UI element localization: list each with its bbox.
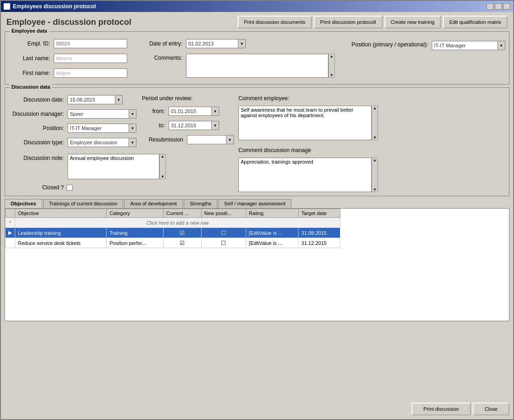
scroll-down[interactable]: ▼	[329, 73, 334, 77]
comments-input[interactable]	[186, 54, 328, 78]
disc-manager-dropdown[interactable]: Speer ▼	[68, 109, 136, 119]
minimize-button[interactable]: _	[486, 3, 494, 10]
row2-rating: [EditValue is ...	[246, 238, 298, 248]
to-arrow[interactable]: ▼	[211, 121, 219, 130]
disc-note-label: Discussion note:	[9, 154, 64, 161]
empl-id-label: Empl. ID:	[9, 40, 50, 47]
discussion-section-inner: Discussion date: 15.06.2015 ▼ Discussion…	[9, 95, 505, 192]
position-label: Position (primary / operational):	[351, 41, 428, 49]
first-name-label: First name:	[9, 70, 50, 76]
tab-objectives[interactable]: Objectives	[5, 199, 42, 208]
tab-self-manager[interactable]: Self / manager assessment	[218, 199, 291, 208]
row1-new-pos[interactable]: ☐	[201, 228, 246, 238]
disc-right-col: Comment employee: ▲ ▼ Comment discussion…	[238, 95, 505, 192]
edit-matrix-button[interactable]: Edit qualification matrix	[443, 16, 508, 28]
date-entry-dropdown[interactable]: 01.02.2013 ▼	[186, 39, 246, 48]
last-name-input[interactable]	[54, 54, 127, 63]
emp-left-fields: Empl. ID: Last name: First name:	[9, 39, 127, 80]
table-row[interactable]: Reduce service desk tickets Position per…	[6, 238, 340, 248]
app-title: Employee - discussion protocol	[6, 17, 131, 27]
print-protocol-button[interactable]: Print discussion protocoll	[314, 16, 383, 28]
window-title: Employees discussion protocol	[13, 3, 96, 10]
disc-type-dropdown[interactable]: Employee discussion ▼	[68, 138, 136, 147]
maximize-button[interactable]: □	[495, 3, 502, 10]
comment-emp-wrap: ▲ ▼	[238, 106, 505, 140]
comment-mgr-scrollbar[interactable]: ▲ ▼	[372, 158, 378, 192]
comments-scrollbar[interactable]: ▲ ▼	[328, 54, 335, 78]
comment-emp-down[interactable]: ▼	[372, 136, 378, 140]
tab-content: Objective Category Current ... New posit…	[5, 209, 509, 321]
from-row: from: 01.01.2015 ▼	[142, 107, 234, 116]
from-label: from:	[142, 108, 165, 114]
comment-mgr-input[interactable]	[238, 158, 372, 192]
emp-right-fields: Position (primary / operational): IT-IT …	[351, 39, 505, 50]
to-value: 31.12.2015	[169, 123, 211, 128]
disc-type-value: Employee discussion	[68, 140, 129, 145]
emp-middle-fields: Date of entry: 01.02.2013 ▼ Comments:	[136, 39, 342, 80]
last-name-row: Last name:	[9, 54, 127, 63]
comment-mgr-down[interactable]: ▼	[372, 187, 378, 192]
print-discussion-button[interactable]: Print discussion	[412, 403, 471, 415]
date-entry-row: Date of entry: 01.02.2013 ▼	[136, 39, 342, 48]
comment-emp-label-wrap: Comment employee:	[238, 95, 505, 102]
employee-data-section: Employee data Empl. ID: Last name:	[5, 31, 509, 85]
app-icon	[4, 3, 10, 10]
header-row: Employee - discussion protocol Print dis…	[5, 16, 509, 28]
col-category: Category	[107, 209, 163, 218]
col-rating: Rating	[246, 209, 298, 218]
comment-emp-up[interactable]: ▲	[372, 106, 378, 110]
disc-type-arrow[interactable]: ▼	[129, 138, 136, 147]
row2-current[interactable]: ☑	[163, 238, 201, 248]
col-current: Current ...	[163, 209, 201, 218]
disc-date-value: 15.06.2015	[68, 97, 115, 102]
employee-section-title: Employee data	[10, 28, 49, 34]
closed-checkbox[interactable]	[67, 185, 73, 191]
scroll-up[interactable]: ▲	[329, 54, 334, 58]
new-row-text[interactable]: Click here to add a new row	[15, 218, 340, 228]
add-new-row[interactable]: * Click here to add a new row	[6, 218, 340, 228]
tab-strengths[interactable]: Strengths	[184, 199, 217, 208]
row2-objective: Reduce service desk tickets	[15, 238, 107, 248]
disc-date-dropdown[interactable]: 15.06.2015 ▼	[68, 95, 123, 104]
comment-emp-scrollbar[interactable]: ▲ ▼	[372, 106, 378, 140]
closed-label: Closed ?	[9, 184, 64, 191]
disc-date-arrow[interactable]: ▼	[115, 96, 122, 104]
comment-mgr-up[interactable]: ▲	[372, 158, 378, 162]
resubmission-row: Resubmission ▼	[142, 135, 234, 144]
disc-position-row: Position: IT-IT Manager ▼	[9, 124, 137, 133]
resubmission-arrow[interactable]: ▼	[226, 136, 233, 144]
resubmission-dropdown[interactable]: ▼	[187, 135, 234, 144]
window-controls: _ □ ×	[486, 3, 510, 10]
disc-manager-row: Discussion manager: Speer ▼	[9, 109, 137, 119]
print-docs-button[interactable]: Print discussion documents	[237, 16, 312, 28]
from-arrow[interactable]: ▼	[211, 107, 219, 115]
table-header-row: Objective Category Current ... New posit…	[6, 209, 340, 218]
close-window-button[interactable]: ×	[503, 3, 510, 10]
row2-new-pos[interactable]: ☐	[201, 238, 246, 248]
resubmission-label: Resubmission	[142, 136, 183, 143]
disc-type-label: Discussion type:	[9, 139, 64, 146]
tab-trainings[interactable]: Trainings of current discussion	[43, 199, 124, 208]
disc-position-dropdown[interactable]: IT-IT Manager ▼	[68, 124, 136, 133]
position-arrow[interactable]: ▼	[497, 41, 505, 50]
date-entry-arrow[interactable]: ▼	[238, 40, 245, 48]
title-bar: Employees discussion protocol _ □ ×	[1, 1, 513, 12]
disc-manager-arrow[interactable]: ▼	[129, 110, 136, 118]
to-dropdown[interactable]: 31.12.2015 ▼	[169, 121, 219, 130]
row1-current[interactable]: ☑	[163, 228, 201, 238]
disc-position-arrow[interactable]: ▼	[129, 124, 136, 132]
from-dropdown[interactable]: 01.01.2015 ▼	[169, 107, 219, 116]
closed-row: Closed ?	[9, 184, 137, 191]
position-dropdown[interactable]: IT-IT Manager ▼	[432, 41, 505, 50]
close-button[interactable]: Close	[473, 403, 509, 415]
comment-emp-input[interactable]	[238, 106, 372, 140]
table-row[interactable]: ▶ Leadership training Training ☑ ☐ [Edit…	[6, 228, 340, 238]
create-training-button[interactable]: Create new training	[384, 16, 441, 28]
disc-manager-label: Discussion manager:	[9, 111, 64, 117]
header-buttons: Print discussion documents Print discuss…	[237, 16, 508, 28]
empl-id-input[interactable]	[54, 39, 127, 48]
tab-area-dev[interactable]: Area of development	[124, 199, 183, 208]
disc-left-col: Discussion date: 15.06.2015 ▼ Discussion…	[9, 95, 137, 192]
col-new-pos: New positi...	[201, 209, 246, 218]
first-name-input[interactable]	[54, 68, 127, 78]
